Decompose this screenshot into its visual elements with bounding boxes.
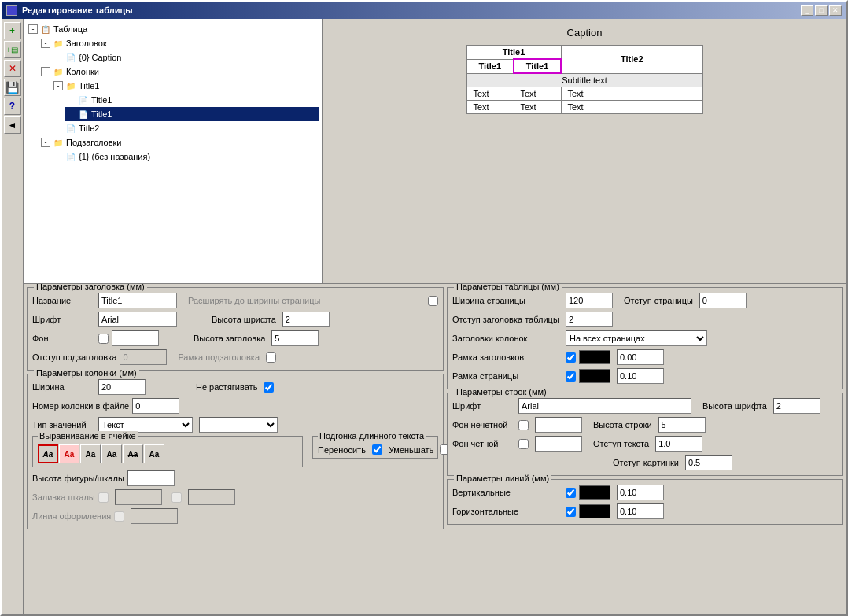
tree-item-title2[interactable]: 📄 Title2 bbox=[52, 121, 319, 135]
align-btn-middlecenter[interactable]: Aa bbox=[123, 444, 143, 463]
vertical-input[interactable] bbox=[617, 485, 664, 500]
odd-bg-row: Фон нечетной Высота строки bbox=[452, 417, 838, 433]
page-frame-color[interactable] bbox=[579, 369, 610, 383]
tree-panel[interactable]: - 📋 Таблица - 📁 Заголовок 📄 {0} Ca bbox=[24, 19, 323, 283]
row-font-size-input[interactable] bbox=[773, 398, 820, 414]
no-stretch-checkbox[interactable] bbox=[264, 382, 274, 393]
header-row1: Title1 Title2 bbox=[466, 46, 702, 60]
scale-fill-checkbox2[interactable] bbox=[171, 492, 182, 503]
tree-item-caption[interactable]: 📄 {0} Caption bbox=[52, 50, 319, 65]
collapse-button[interactable]: ◄ bbox=[4, 116, 21, 134]
caption-icon: 📄 bbox=[65, 51, 77, 64]
width-input[interactable] bbox=[98, 379, 146, 395]
subheader-offset-input[interactable] bbox=[120, 349, 167, 365]
title1-group-icon: 📁 bbox=[65, 79, 77, 92]
header-frame-color[interactable] bbox=[579, 350, 610, 364]
minimize-button[interactable]: _ bbox=[801, 5, 813, 16]
header-frame-checkbox[interactable] bbox=[566, 352, 576, 363]
align-btn-topright[interactable]: Aa bbox=[80, 444, 101, 463]
even-bg-checkbox[interactable] bbox=[518, 439, 529, 449]
align-btn-topcenter[interactable]: Aa bbox=[59, 444, 79, 463]
expand-columns[interactable]: - bbox=[41, 67, 50, 76]
table-icon: 📋 bbox=[39, 23, 52, 35]
tree-item-title1-child1[interactable]: 📄 Title1 bbox=[65, 93, 319, 107]
text-offset-input[interactable] bbox=[655, 436, 702, 452]
header-frame-input[interactable] bbox=[617, 349, 664, 365]
header-title1-col1: Title1 bbox=[466, 59, 514, 73]
title-bar-controls: _ □ ✕ bbox=[801, 5, 842, 16]
decoration-input[interactable] bbox=[131, 508, 178, 524]
expand-title1[interactable]: - bbox=[53, 81, 63, 90]
scale-fill-row: Заливка шкалы bbox=[32, 489, 438, 505]
tree-item-title1-child2[interactable]: 📄 Title1 bbox=[65, 107, 319, 121]
col-num-input[interactable] bbox=[132, 398, 179, 414]
columns-icon: 📁 bbox=[52, 65, 65, 78]
name-input[interactable] bbox=[98, 293, 177, 308]
toolbar-left: + +▤ ✕ 💾 ? ◄ bbox=[2, 19, 24, 614]
wrap-checkbox[interactable] bbox=[372, 444, 382, 455]
row-height-input[interactable] bbox=[658, 417, 706, 433]
page-offset-input[interactable] bbox=[699, 293, 747, 308]
tree-item-table[interactable]: - 📋 Таблица bbox=[27, 22, 319, 36]
preview-panel: Caption Title1 Title2 Title1 Title1 bbox=[323, 19, 846, 283]
page-width-row: Ширина страницы Отступ страницы bbox=[452, 293, 838, 308]
decoration-checkbox[interactable] bbox=[114, 511, 124, 522]
align-btn-middleright[interactable]: Aa bbox=[144, 444, 164, 463]
page-frame-input[interactable] bbox=[617, 368, 664, 384]
scale-fill-checkbox[interactable] bbox=[98, 492, 109, 503]
expand-subheaders[interactable]: - bbox=[41, 138, 50, 147]
page-width-input[interactable] bbox=[566, 293, 613, 308]
expand-checkbox[interactable] bbox=[428, 296, 438, 306]
horizontal-row: Горизонтальные bbox=[452, 503, 838, 519]
vertical-color[interactable] bbox=[579, 485, 610, 500]
add-button[interactable]: + bbox=[4, 22, 21, 39]
expand-header[interactable]: - bbox=[41, 39, 50, 48]
page-frame-row: Рамка страницы bbox=[452, 368, 838, 384]
tree-item-header[interactable]: - 📁 Заголовок bbox=[39, 36, 319, 50]
font-input[interactable] bbox=[98, 312, 177, 327]
tree-item-columns[interactable]: - 📁 Колонки bbox=[39, 65, 319, 79]
figure-height-input[interactable] bbox=[127, 470, 175, 486]
row-font-size-label: Высота шрифта bbox=[702, 401, 767, 411]
subheader-frame-checkbox[interactable] bbox=[266, 352, 276, 363]
row-font-row: Шрифт Высота шрифта bbox=[452, 398, 838, 414]
bg-color-input[interactable] bbox=[112, 330, 159, 346]
value-type-select2[interactable] bbox=[199, 417, 278, 433]
horizontal-color[interactable] bbox=[579, 504, 610, 518]
value-type-select[interactable]: Текст bbox=[98, 417, 193, 433]
main-area: + +▤ ✕ 💾 ? ◄ - 📋 Таблица bbox=[2, 19, 846, 614]
odd-bg-checkbox[interactable] bbox=[518, 420, 529, 430]
header-height-input[interactable] bbox=[271, 330, 319, 346]
expand-table[interactable]: - bbox=[28, 24, 38, 34]
tree-item-title1-group[interactable]: - 📁 Title1 bbox=[52, 79, 319, 93]
maximize-button[interactable]: □ bbox=[815, 5, 828, 16]
horizontal-checkbox[interactable] bbox=[566, 507, 576, 517]
header-offset-input[interactable] bbox=[566, 312, 613, 327]
tree-item-subheaders[interactable]: - 📁 Подзаголовки bbox=[39, 135, 319, 149]
tree-item-unnamed[interactable]: 📄 {1} (без названия) bbox=[52, 149, 319, 164]
font-size-input[interactable] bbox=[282, 312, 330, 327]
cell-2-1: Text bbox=[466, 101, 514, 114]
tree-label-header: Заголовок bbox=[66, 39, 107, 48]
odd-bg-input[interactable] bbox=[535, 417, 582, 433]
delete-button[interactable]: ✕ bbox=[4, 60, 21, 77]
image-offset-input[interactable] bbox=[685, 455, 732, 470]
scale-fill-input2[interactable] bbox=[188, 489, 235, 505]
align-btn-topleft[interactable]: Aa bbox=[38, 444, 58, 463]
shrink-label: Уменьшать bbox=[389, 445, 433, 455]
vertical-checkbox[interactable] bbox=[566, 488, 576, 498]
save-button[interactable]: 💾 bbox=[4, 79, 21, 96]
help-button[interactable]: ? bbox=[4, 98, 21, 115]
col-num-row: Номер колонки в файле bbox=[32, 398, 438, 414]
add-child-button[interactable]: +▤ bbox=[4, 41, 21, 58]
scale-fill-input[interactable] bbox=[115, 489, 162, 505]
bg-checkbox[interactable] bbox=[98, 334, 109, 344]
page-frame-checkbox[interactable] bbox=[566, 371, 576, 382]
horizontal-input[interactable] bbox=[617, 503, 664, 519]
even-bg-input[interactable] bbox=[535, 436, 582, 452]
align-btn-middleleft[interactable]: Aa bbox=[101, 444, 122, 463]
close-button[interactable]: ✕ bbox=[829, 5, 842, 16]
column-params-title: Параметры колонки (мм) bbox=[34, 368, 139, 378]
col-headers-select[interactable]: На всех страницах Только на первой Не по… bbox=[566, 330, 707, 346]
row-font-input[interactable] bbox=[518, 398, 691, 414]
